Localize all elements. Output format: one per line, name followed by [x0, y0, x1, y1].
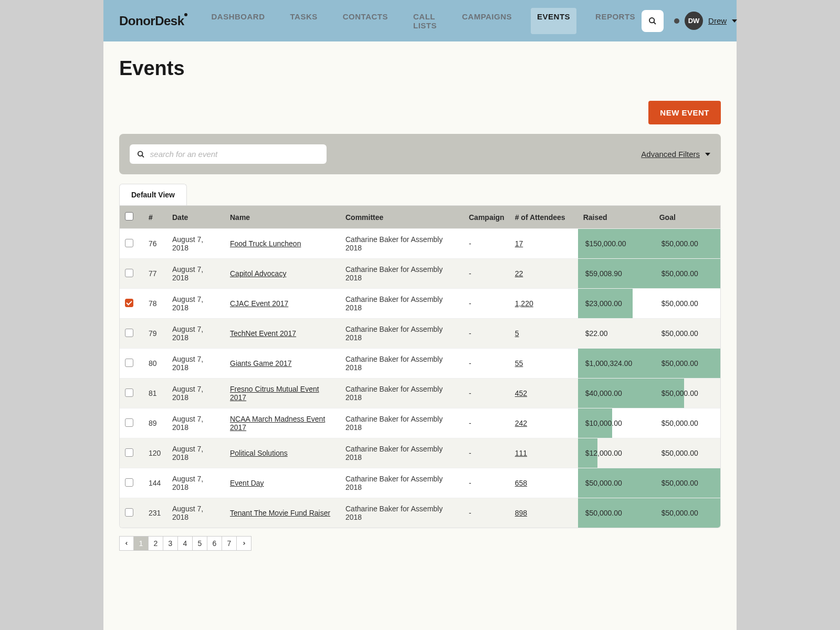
table-row: 231 August 7, 2018 Tenant The Movie Fund…: [120, 498, 720, 528]
goal-value: $50,000.00: [662, 509, 698, 517]
raised-value: $150,000.00: [585, 239, 626, 248]
event-name-link[interactable]: Political Solutions: [230, 449, 288, 457]
row-checkbox[interactable]: [125, 448, 133, 457]
cell-attendees: 242: [510, 408, 578, 438]
row-checkbox[interactable]: [125, 508, 133, 517]
nav-item-reports[interactable]: REPORTS: [589, 8, 642, 34]
search-icon: [648, 17, 657, 25]
row-checkbox[interactable]: [125, 299, 133, 307]
topbar: DonorDesk DASHBOARDTASKSCONTACTSCALL LIS…: [103, 0, 737, 41]
cell-raised: $50,000.00: [578, 468, 654, 498]
tab-default-view[interactable]: Default View: [119, 184, 187, 205]
event-name-link[interactable]: CJAC Event 2017: [230, 299, 288, 308]
attendees-link[interactable]: 452: [515, 389, 527, 397]
row-checkbox[interactable]: [125, 239, 133, 247]
attendees-link[interactable]: 898: [515, 509, 527, 517]
nav-item-tasks[interactable]: TASKS: [284, 8, 324, 34]
col-header-raised[interactable]: Raised: [578, 206, 654, 229]
cell-goal: $50,000.00: [654, 289, 720, 319]
search-icon: [137, 150, 145, 159]
user-menu[interactable]: DW Drew: [674, 12, 737, 30]
page-button-7[interactable]: 7: [222, 536, 237, 551]
raised-value: $12,000.00: [585, 449, 622, 457]
tabs: Default View: [119, 184, 721, 206]
row-checkbox[interactable]: [125, 418, 133, 427]
cell-date: August 7, 2018: [167, 289, 225, 319]
goal-value: $50,000.00: [662, 479, 698, 487]
raised-value: $59,008.90: [585, 269, 622, 278]
page-button-6[interactable]: 6: [207, 536, 222, 551]
nav-item-contacts[interactable]: CONTACTS: [337, 8, 394, 34]
global-search-button[interactable]: [642, 10, 664, 32]
page-button-3[interactable]: 3: [163, 536, 178, 551]
logo-dot-icon: [184, 13, 187, 16]
cell-name: Event Day: [225, 468, 340, 498]
event-name-link[interactable]: Event Day: [230, 479, 264, 487]
cell-name: NCAA March Madness Event 2017: [225, 408, 340, 438]
cell-goal: $50,000.00: [654, 379, 720, 408]
attendees-link[interactable]: 111: [515, 449, 527, 457]
attendees-link[interactable]: 658: [515, 479, 527, 487]
cell-attendees: 22: [510, 259, 578, 289]
col-header-date[interactable]: Date: [167, 206, 225, 229]
nav-item-dashboard[interactable]: DASHBOARD: [205, 8, 271, 34]
event-name-link[interactable]: Giants Game 2017: [230, 359, 292, 368]
row-checkbox[interactable]: [125, 478, 133, 487]
cell-num: 231: [143, 498, 167, 528]
event-name-link[interactable]: TechNet Event 2017: [230, 329, 296, 338]
attendees-link[interactable]: 55: [515, 359, 523, 368]
col-header-committee[interactable]: Committee: [340, 206, 464, 229]
logo: DonorDesk: [119, 14, 184, 28]
row-checkbox[interactable]: [125, 359, 133, 367]
page-button-2[interactable]: 2: [149, 536, 163, 551]
event-search-input[interactable]: [150, 150, 319, 159]
cell-committee: Catharine Baker for Assembly 2018: [340, 408, 464, 438]
advanced-filters-link[interactable]: Advanced Filters: [641, 150, 710, 159]
row-checkbox[interactable]: [125, 269, 133, 277]
table-row: 89 August 7, 2018 NCAA March Madness Eve…: [120, 408, 720, 438]
cell-num: 89: [143, 408, 167, 438]
cell-date: August 7, 2018: [167, 259, 225, 289]
raised-value: $23,000.00: [585, 299, 622, 308]
col-header-campaign[interactable]: Campaign: [464, 206, 510, 229]
page-prev-button[interactable]: [119, 536, 134, 551]
cell-num: 80: [143, 349, 167, 379]
cell-goal: $50,000.00: [654, 319, 720, 349]
nav-item-campaigns[interactable]: CAMPAIGNS: [456, 8, 518, 34]
event-name-link[interactable]: NCAA March Madness Event 2017: [230, 415, 325, 432]
attendees-link[interactable]: 242: [515, 419, 527, 427]
chevron-down-icon: [732, 19, 737, 23]
raised-value: $50,000.00: [585, 509, 622, 517]
page-button-1[interactable]: 1: [134, 536, 149, 551]
event-name-link[interactable]: Food Truck Luncheon: [230, 239, 301, 248]
page-button-4[interactable]: 4: [178, 536, 193, 551]
event-name-link[interactable]: Capitol Advocacy: [230, 269, 286, 278]
table-row: 120 August 7, 2018 Political Solutions C…: [120, 438, 720, 468]
cell-goal: $50,000.00: [654, 229, 720, 259]
col-header-name[interactable]: Name: [225, 206, 340, 229]
attendees-link[interactable]: 5: [515, 329, 519, 338]
col-header-num[interactable]: #: [143, 206, 167, 229]
event-name-link[interactable]: Fresno Citrus Mutual Event 2017: [230, 385, 319, 402]
attendees-link[interactable]: 17: [515, 239, 523, 248]
attendees-link[interactable]: 1,220: [515, 299, 533, 308]
cell-committee: Catharine Baker for Assembly 2018: [340, 289, 464, 319]
row-checkbox[interactable]: [125, 329, 133, 337]
nav-item-call-lists[interactable]: CALL LISTS: [407, 8, 443, 34]
nav-item-events[interactable]: EVENTS: [531, 8, 576, 34]
cell-campaign: -: [464, 319, 510, 349]
col-header-attendees[interactable]: # of Attendees: [510, 206, 578, 229]
select-all-checkbox[interactable]: [125, 212, 133, 220]
attendees-link[interactable]: 22: [515, 269, 523, 278]
new-event-button[interactable]: NEW EVENT: [648, 101, 721, 124]
event-name-link[interactable]: Tenant The Movie Fund Raiser: [230, 509, 330, 517]
page-button-5[interactable]: 5: [193, 536, 207, 551]
raised-value: $10,000.00: [585, 419, 622, 427]
cell-campaign: -: [464, 259, 510, 289]
app-root: DonorDesk DASHBOARDTASKSCONTACTSCALL LIS…: [103, 0, 737, 630]
col-header-goal[interactable]: Goal: [654, 206, 720, 229]
page-next-button[interactable]: [237, 536, 251, 551]
goal-value: $50,000.00: [662, 269, 698, 278]
row-checkbox[interactable]: [125, 388, 133, 397]
cell-attendees: 658: [510, 468, 578, 498]
